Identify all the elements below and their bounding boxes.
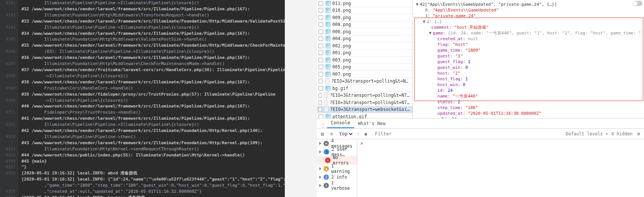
network-request-row[interactable]: ?EIO=3&transport=websocket&sid=5ScOveC2B… — [317, 106, 412, 114]
request-name: 010.png — [332, 8, 351, 13]
image-file-icon — [325, 29, 331, 34]
json-property[interactable]: host: "2" — [416, 70, 641, 76]
network-request-row[interactable]: attention.gif — [317, 113, 412, 118]
request-name: 003.png — [332, 57, 351, 63]
sidebar-toggle-icon[interactable]: ▤ — [319, 131, 325, 137]
json-property[interactable]: status: 2 — [416, 99, 641, 105]
checkbox[interactable] — [319, 72, 323, 77]
json-property[interactable]: guest_win: 0 — [416, 65, 641, 70]
image-file-icon — [325, 50, 331, 55]
request-name: ?EIO=3&transport=polling&t=N7Fyv-k&sid=5… — [330, 100, 411, 105]
tab-whats-new[interactable]: What's New — [354, 119, 389, 128]
image-file-icon — [325, 22, 331, 27]
network-request-row[interactable]: 008.png — [317, 21, 412, 29]
checkbox[interactable] — [319, 86, 323, 91]
checkbox[interactable] — [319, 15, 323, 20]
json-property[interactable]: name: "一号房446" — [416, 93, 641, 99]
json-property[interactable]: host_flag: 1 — [416, 76, 641, 82]
image-file-icon — [325, 36, 331, 41]
request-name: bg.gif — [332, 86, 348, 91]
request-name: ?EIO=3&transport=polling&t=N7Fyv-i&sid=5… — [330, 93, 411, 98]
preview-toggle[interactable] — [632, 1, 642, 6]
json-property[interactable]: host_win: 0 — [416, 82, 641, 88]
code-editor[interactable]: 9342934393449345934693479348934993509351… — [0, 0, 285, 197]
network-request-row[interactable]: 003.png — [317, 57, 412, 64]
code-content[interactable]: Illuminate\Pipeline\Pipeline->Illuminate… — [18, 0, 285, 197]
checkbox[interactable] — [319, 107, 322, 112]
checkbox[interactable] — [319, 65, 323, 69]
request-name: 005.png — [332, 64, 351, 70]
console-sidebar[interactable]: ≡4 messages 👤2 user mess… ✕No errors ▲1 … — [317, 139, 357, 197]
pane-divider — [285, 0, 317, 197]
request-name: 008.png — [332, 22, 351, 27]
context-selector[interactable]: top — [338, 131, 354, 137]
image-file-icon — [325, 15, 331, 20]
request-name: 006.png — [332, 29, 351, 34]
warning-icon: ▲ — [324, 166, 329, 171]
network-request-row[interactable]: 005.png — [317, 64, 412, 71]
checkbox[interactable] — [319, 1, 323, 6]
devtools-pane: 011.png010.png009.png008.png006.png004.p… — [317, 0, 644, 197]
request-name: ?EIO=3&transport=websocket&sid=5ScOveC2B… — [330, 107, 411, 112]
checkbox[interactable] — [319, 93, 322, 98]
network-request-row[interactable]: 007.png — [317, 71, 412, 78]
checkbox[interactable] — [319, 50, 323, 55]
hidden-messages-count[interactable]: 4 hidden — [611, 131, 632, 137]
image-file-icon — [325, 64, 331, 70]
json-property[interactable]: updated_at: "2020-05-01T11:16:38.000000Z… — [416, 111, 641, 116]
json-property[interactable]: game_time: "1800" — [416, 47, 641, 53]
checkbox[interactable] — [319, 44, 323, 48]
checkbox[interactable] — [319, 100, 322, 105]
request-name: attention.gif — [332, 114, 367, 118]
network-request-row[interactable]: 004.png — [317, 36, 412, 43]
tab-console[interactable]: Console — [327, 118, 354, 128]
frame-header: 42["App\\Events\\GameUpdated", "private-… — [420, 2, 557, 7]
json-property[interactable]: flag: "host" — [416, 42, 641, 47]
checkbox[interactable] — [319, 8, 323, 13]
checkbox[interactable] — [319, 22, 323, 27]
image-file-icon — [325, 72, 331, 77]
image-file-icon — [325, 86, 331, 91]
network-request-row[interactable]: 009.png — [317, 14, 412, 21]
console-settings-icon[interactable]: ⚙ — [636, 131, 642, 137]
checkbox[interactable] — [319, 114, 323, 118]
console-filter-input[interactable] — [375, 131, 560, 137]
line-number-gutter: 9342934393449345934693479348934993509351… — [0, 0, 18, 197]
checkbox[interactable] — [319, 29, 323, 34]
image-file-icon — [325, 114, 331, 118]
drawer-menu-icon[interactable]: ⋮ — [319, 123, 327, 128]
network-request-row[interactable]: 002.png — [317, 42, 412, 50]
console-input-area[interactable]: > — [357, 139, 644, 197]
network-request-row[interactable]: 011.png — [317, 0, 412, 7]
request-name: ?EIO=3&transport=polling&t=N7Fyvz5 — [331, 78, 411, 84]
clear-console-icon[interactable]: ⊘ — [329, 131, 335, 137]
checkbox[interactable] — [319, 79, 323, 83]
image-file-icon — [325, 1, 331, 6]
checkbox[interactable] — [319, 36, 323, 41]
network-request-row[interactable]: 001.png — [317, 50, 412, 57]
network-request-list[interactable]: 011.png010.png009.png008.png006.png004.p… — [317, 0, 413, 118]
network-request-row[interactable]: ?EIO=3&transport=polling&t=N7Fyvz5 — [317, 78, 412, 85]
sidebar-item-warnings[interactable]: ▲1 warning — [317, 164, 357, 173]
image-file-icon — [325, 57, 331, 63]
verbose-icon: i — [324, 183, 329, 188]
console-prompt-icon: > — [360, 141, 363, 146]
request-name: 011.png — [332, 1, 351, 6]
network-request-row[interactable]: ?EIO=3&transport=polling&t=N7Fyv-k&sid=5… — [317, 99, 412, 106]
network-request-row[interactable]: ?EIO=3&transport=polling&t=N7Fyv-i&sid=5… — [317, 92, 412, 99]
checkbox[interactable] — [319, 58, 323, 62]
error-icon: ✕ — [325, 158, 330, 163]
json-property[interactable]: guest: "1" — [416, 53, 641, 59]
request-name: 004.png — [332, 36, 351, 41]
network-request-row[interactable]: 010.png — [317, 7, 412, 15]
sidebar-item-verbose[interactable]: i1 verbose — [317, 181, 357, 190]
network-request-row[interactable]: 006.png — [317, 28, 412, 36]
eye-icon[interactable]: ◉ — [363, 131, 369, 137]
network-request-row[interactable]: bg.gif — [317, 85, 412, 92]
json-property[interactable]: guest_flag: 1 — [416, 59, 641, 65]
json-property[interactable]: step_time: "180" — [416, 105, 641, 111]
json-property[interactable]: created_at: null — [416, 36, 641, 42]
json-property[interactable]: id: 24 — [416, 88, 641, 93]
log-levels-dropdown[interactable]: Default levels ▾ — [566, 131, 608, 137]
websocket-frame-preview[interactable]: ▼42["App\\Events\\GameUpdated", "private… — [413, 0, 644, 118]
